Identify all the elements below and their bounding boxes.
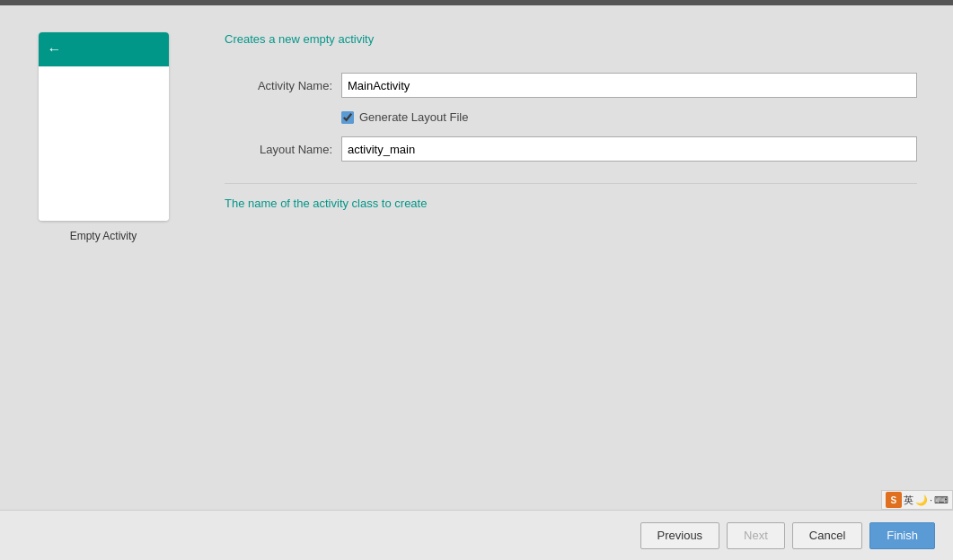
activity-name-row: Activity Name: <box>225 73 917 98</box>
divider <box>225 183 917 184</box>
finish-button[interactable]: Finish <box>869 522 935 549</box>
left-panel: ← Empty Activity <box>36 32 171 242</box>
cancel-button[interactable]: Cancel <box>792 522 862 549</box>
generate-layout-row: Generate Layout File <box>341 110 917 124</box>
description-text: Creates a new empty activity <box>225 32 917 46</box>
activity-name-input[interactable] <box>341 73 917 98</box>
ime-s-icon: S <box>886 492 902 508</box>
previous-button[interactable]: Previous <box>640 522 720 549</box>
phone-body <box>39 66 169 221</box>
form-section: Activity Name: Generate Layout File Layo… <box>225 73 917 162</box>
ime-keyboard: ⌨ <box>934 494 949 506</box>
phone-preview: ← <box>39 32 169 221</box>
activity-name-label: Activity Name: <box>225 79 332 92</box>
next-button[interactable]: Next <box>727 522 785 549</box>
layout-name-row: Layout Name: <box>225 136 917 162</box>
bottom-bar: Previous Next Cancel Finish <box>0 510 953 560</box>
ime-dot: · <box>930 494 932 505</box>
activity-type-label: Empty Activity <box>70 230 137 242</box>
ime-bar: S 英 🌙 · ⌨ <box>881 490 953 510</box>
layout-name-label: Layout Name: <box>225 143 332 156</box>
back-arrow-icon: ← <box>48 41 62 57</box>
right-panel: Creates a new empty activity Activity Na… <box>225 32 917 242</box>
phone-header: ← <box>39 32 169 66</box>
layout-name-input[interactable] <box>341 136 917 162</box>
generate-layout-checkbox[interactable] <box>341 111 354 124</box>
generate-layout-label: Generate Layout File <box>359 110 468 124</box>
ime-lang: 英 <box>904 494 913 507</box>
hint-text: The name of the activity class to create <box>225 197 917 210</box>
ime-moon: 🌙 <box>915 494 928 506</box>
